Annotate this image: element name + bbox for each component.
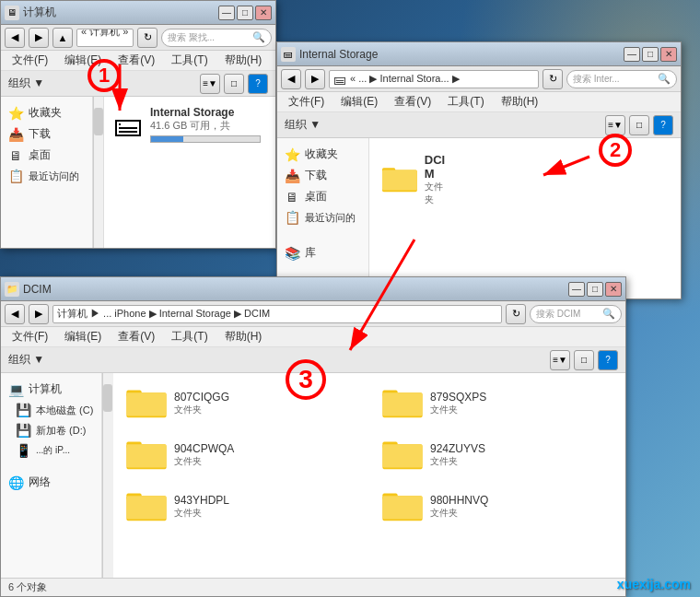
win2-icon: 🖴 (281, 47, 296, 62)
win2-content: ⭐ 收藏夹 📥 下载 🖥 桌面 📋 最近访问的 📚 库 (277, 138, 681, 298)
win2-maximize[interactable]: □ (642, 47, 659, 62)
win3-forward[interactable]: ▶ (29, 304, 49, 324)
win2-view-controls: ≡▼ □ ? (605, 115, 673, 135)
win2-forward[interactable]: ▶ (305, 69, 325, 89)
win1-forward[interactable]: ▶ (29, 28, 49, 48)
win3-maximize[interactable]: □ (587, 282, 603, 297)
win2-help-btn[interactable]: ? (653, 115, 673, 135)
win2-sidebar-favorites[interactable]: ⭐ 收藏夹 (277, 144, 368, 165)
win3-minimize[interactable]: — (568, 282, 585, 297)
win1-search[interactable]: 搜索 聚找... 🔍 (161, 29, 272, 47)
win1-sidebar-favorites[interactable]: ⭐ 收藏夹 (1, 102, 92, 123)
win3-folder-807[interactable]: 807CIQGG 文件夹 (122, 382, 360, 423)
win3-menu-view[interactable]: 查看(V) (111, 327, 162, 346)
title-bar-left-win1: 🖥 计算机 (5, 5, 56, 20)
win2-back[interactable]: ◀ (281, 69, 301, 89)
win2-sidebar-recent[interactable]: 📋 最近访问的 (277, 207, 368, 228)
win2-sidebar-desktop[interactable]: 🖥 桌面 (277, 186, 368, 207)
win3-folder-924[interactable]: 924ZUYVS 文件夹 (379, 434, 616, 474)
win1-close[interactable]: ✕ (255, 6, 272, 20)
win1-menu-file[interactable]: 文件(F) (5, 51, 55, 70)
win3-menu-file[interactable]: 文件(F) (5, 327, 55, 346)
win3-sidebar-ddrive[interactable]: 💾 新加卷 (D:) (1, 420, 101, 440)
win1-content: ⭐ 收藏夹 📥 下载 🖥 桌面 📋 最近访问的 🖴 (1, 97, 275, 248)
win3-view-controls: ≡▼ □ ? (550, 350, 618, 370)
win1-title: 计算机 (23, 5, 56, 20)
win3-icon: 📁 (5, 282, 19, 297)
win2-menu-tools[interactable]: 工具(T) (440, 92, 491, 111)
win1-back[interactable]: ◀ (5, 28, 25, 48)
folder-904-text: 904CPWQA 文件夹 (174, 440, 234, 468)
win3-folder-980[interactable]: 980HHNVQ 文件夹 (379, 486, 616, 526)
win1-sidebar-recent[interactable]: 📋 最近访问的 (1, 166, 92, 186)
win3-menu-help[interactable]: 帮助(H) (217, 327, 270, 346)
win3-search-icon: 🔍 (602, 308, 615, 320)
win3-layout-btn[interactable]: □ (574, 350, 594, 370)
win3-help-btn[interactable]: ? (598, 350, 618, 370)
win3-menu-edit[interactable]: 编辑(E) (57, 327, 109, 346)
win1-sidebar-download[interactable]: 📥 下载 (1, 123, 92, 145)
win3-folder-904[interactable]: 904CPWQA 文件夹 (122, 434, 360, 474)
desktop-icon: 🖥 (8, 148, 23, 163)
win1-maximize[interactable]: □ (237, 6, 253, 20)
win1-drive-item[interactable]: 🖴 Internal Storage 41.6 GB 可用，共 (113, 106, 266, 143)
win1-menu-help[interactable]: 帮助(H) (217, 51, 270, 70)
win3-view-btn[interactable]: ≡▼ (550, 350, 570, 370)
win1-menu-view[interactable]: 查看(V) (111, 51, 162, 70)
win1-menu-tools[interactable]: 工具(T) (164, 51, 215, 70)
win3-menu-tools[interactable]: 工具(T) (164, 327, 215, 346)
win2-close[interactable]: ✕ (660, 47, 677, 62)
win1-refresh[interactable]: ↻ (137, 28, 158, 48)
folder-807-icon (126, 386, 167, 419)
win1-layout-btn[interactable]: □ (224, 74, 244, 94)
win3-search[interactable]: 搜索 DCIM 🔍 (530, 305, 622, 323)
win2-menu-view[interactable]: 查看(V) (387, 92, 438, 111)
win2-organize[interactable]: 组织 ▼ (285, 117, 321, 133)
win2-menu-edit[interactable]: 编辑(E) (333, 92, 385, 111)
win3-close[interactable]: ✕ (605, 282, 622, 297)
win2-view-btn[interactable]: ≡▼ (605, 115, 625, 135)
win3-address[interactable]: 计算机 ▶ ... iPhone ▶ Internal Storage ▶ DC… (52, 305, 502, 323)
win1-sidebar-desktop[interactable]: 🖥 桌面 (1, 145, 92, 166)
win1-sidebar-scroll[interactable] (93, 97, 104, 248)
win1-search-icon: 🔍 (252, 31, 265, 43)
win1-minimize[interactable]: — (218, 6, 235, 20)
win1-up[interactable]: ▲ (52, 28, 73, 48)
win3-folder-943[interactable]: 943YHDPL 文件夹 (122, 486, 360, 526)
win1-scrollbar-thumb[interactable] (94, 108, 103, 135)
win2-sidebar-library[interactable]: 📚 库 (277, 242, 368, 263)
win1-view-btn[interactable]: ≡▼ (200, 74, 220, 94)
win3-scrollbar-thumb[interactable] (103, 384, 112, 412)
win1-icon: 🖥 (5, 6, 19, 20)
win3-sidebar-scroll[interactable] (102, 373, 113, 578)
win3-sidebar-network[interactable]: 🌐 网络 (1, 472, 101, 493)
win3-sidebar-computer[interactable]: 💻 计算机 (1, 379, 101, 400)
win2-dcim-folder[interactable]: DCIM 文件夹 (379, 147, 452, 210)
win3-back[interactable]: ◀ (5, 304, 25, 324)
win3-net-label: 网络 (29, 474, 51, 490)
favorites-icon: ⭐ (8, 106, 23, 121)
win1-address[interactable]: « 计算机 » ... (76, 29, 134, 47)
win2-address[interactable]: 🖴 « ... ▶ Internal Stora... ▶ (329, 70, 539, 88)
win2-sidebar-download[interactable]: 📥 下载 (277, 165, 368, 186)
win3-sidebar-iphone[interactable]: 📱 ...的 iP... (1, 440, 101, 461)
win3-folder-879[interactable]: 879SQXPS 文件夹 (379, 382, 616, 423)
win2-search[interactable]: 搜索 Inter... 🔍 (566, 70, 677, 88)
drive-progress-bar (150, 135, 261, 143)
win1-organize[interactable]: 组织 ▼ (8, 76, 44, 91)
win3-organize[interactable]: 组织 ▼ (8, 352, 44, 368)
window-dcim: 📁 DCIM — □ ✕ ◀ ▶ 计算机 ▶ ... iPhone ▶ Inte… (0, 276, 626, 597)
win2-menu-help[interactable]: 帮助(H) (494, 92, 546, 111)
win2-layout-btn[interactable]: □ (629, 115, 649, 135)
win3-ddrive-label: 新加卷 (D:) (36, 424, 86, 438)
win1-help-btn[interactable]: ? (248, 74, 268, 94)
win2-refresh[interactable]: ↻ (542, 69, 563, 89)
win2-toolbar: ◀ ▶ 🖴 « ... ▶ Internal Stora... ▶ ↻ 搜索 I… (277, 66, 681, 92)
win3-refresh[interactable]: ↻ (506, 304, 526, 324)
folder-980-icon (382, 489, 423, 522)
win1-menu-edit[interactable]: 编辑(E) (57, 51, 109, 70)
win2-menu-file[interactable]: 文件(F) (281, 92, 332, 111)
recent-icon: 📋 (8, 169, 23, 183)
win2-minimize[interactable]: — (624, 47, 640, 62)
win3-sidebar-cdrive[interactable]: 💾 本地磁盘 (C) (1, 400, 101, 420)
